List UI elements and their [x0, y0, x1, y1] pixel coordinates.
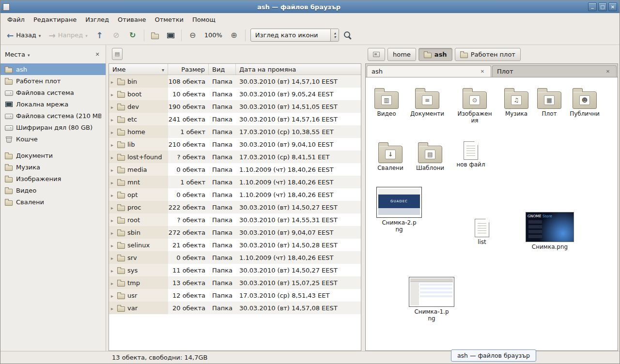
sidebar-item[interactable]: Изображения — [0, 173, 106, 184]
icon-view-item[interactable]: Видео — [366, 87, 407, 117]
breadcrumb-button[interactable] — [368, 48, 385, 61]
expander-icon[interactable] — [111, 279, 117, 287]
icon-view-item[interactable]: Снимка-1.png — [406, 277, 457, 322]
search-button[interactable] — [340, 28, 355, 43]
column-header-type[interactable]: Вид — [209, 64, 236, 75]
places-caret-icon[interactable] — [28, 51, 30, 58]
menu-item[interactable]: Редактиране — [29, 14, 81, 25]
expander-icon[interactable] — [111, 292, 117, 299]
breadcrumb-button[interactable]: ash — [418, 48, 452, 61]
sidebar-item[interactable]: Музика — [0, 161, 106, 173]
sidebar-item[interactable]: ash — [0, 63, 106, 75]
breadcrumb-button[interactable]: Работен плот — [455, 48, 521, 61]
table-row[interactable]: srv0 обектаПапка1.10.2009 (чт) 18,40,26 … — [109, 251, 361, 264]
icon-view-item[interactable]: GUADECСнимка-2.png — [374, 187, 424, 233]
menu-item[interactable]: Отиване — [113, 14, 150, 25]
table-row[interactable]: sbin272 обектаПапка30.03.2010 (вт) 9,04,… — [109, 226, 361, 239]
titlebar[interactable]: ash — файлов браузър — [0, 0, 620, 13]
expander-icon[interactable] — [111, 229, 117, 236]
expander-icon[interactable] — [111, 116, 117, 123]
expander-icon[interactable] — [111, 191, 117, 198]
column-header-name[interactable]: Име — [109, 64, 168, 75]
menu-item[interactable]: Файл — [3, 14, 29, 25]
sidebar-item[interactable]: Файлова система — [0, 87, 106, 98]
view-mode-combo[interactable]: Изглед като икони — [250, 29, 340, 42]
expander-icon[interactable] — [111, 204, 117, 211]
close-tab-icon[interactable] — [604, 68, 612, 76]
zoom-in-button[interactable] — [226, 28, 242, 43]
breadcrumb-button[interactable]: home — [388, 48, 416, 61]
expander-icon[interactable] — [111, 166, 117, 173]
tab[interactable]: ash — [367, 65, 491, 77]
sidebar-item[interactable]: Свалени — [0, 196, 106, 208]
table-row[interactable]: lost+found? обектаПапка17.03.2010 (ср) 8… — [109, 151, 361, 163]
table-row[interactable]: sys11 обектаПапка30.03.2010 (вт) 14,50,2… — [109, 264, 361, 276]
icon-view-item[interactable]: нов файл — [450, 141, 492, 168]
back-dropdown-icon[interactable] — [39, 31, 41, 39]
table-row[interactable]: dev190 обектаПапка30.03.2010 (вт) 14,51,… — [109, 100, 361, 113]
sidebar-item[interactable]: Документи — [0, 150, 106, 161]
expander-icon[interactable] — [111, 242, 117, 249]
icon-view-item[interactable]: Документи — [406, 87, 448, 117]
table-row[interactable]: etc241 обектаПапка30.03.2010 (вт) 14,57,… — [109, 113, 361, 125]
sidebar-item[interactable]: Файлова система (210 MB) — [0, 110, 106, 121]
expander-icon[interactable] — [111, 254, 117, 261]
sidebar-close-button[interactable] — [93, 50, 101, 58]
home-folder-button[interactable] — [148, 28, 162, 43]
icon-view-item[interactable]: Изображения — [454, 87, 496, 124]
icon-view-item[interactable]: list — [461, 219, 503, 245]
forward-dropdown-icon[interactable] — [85, 31, 88, 39]
minimize-button[interactable] — [588, 2, 597, 11]
stop-button[interactable] — [108, 28, 124, 43]
maximize-button[interactable] — [598, 2, 607, 11]
sidebar-item[interactable]: Работен плот — [0, 75, 106, 87]
expander-icon[interactable] — [111, 267, 117, 274]
sidebar-item[interactable]: Кошче — [0, 133, 106, 145]
table-row[interactable]: bin108 обектаПапка30.03.2010 (вт) 14,57,… — [109, 75, 361, 88]
icon-view-item[interactable]: Шаблони — [409, 141, 451, 171]
menu-item[interactable]: Изглед — [81, 14, 113, 25]
icon-view-item[interactable]: Свалени — [370, 141, 411, 171]
table-row[interactable]: var20 обектаПапка30.03.2010 (вт) 14,57,0… — [109, 302, 361, 314]
close-button[interactable] — [608, 2, 617, 11]
location-toggle-button[interactable] — [112, 48, 123, 60]
sidebar-item[interactable]: Шифриран дял (80 GB) — [0, 121, 106, 133]
table-row[interactable]: lib210 обектаПапка30.03.2010 (вт) 9,04,1… — [109, 138, 361, 151]
sidebar-item[interactable]: Локална мрежа — [0, 98, 106, 110]
expander-icon[interactable] — [111, 128, 117, 136]
expander-icon[interactable] — [111, 153, 117, 161]
column-header-size[interactable]: Размер — [168, 64, 209, 75]
expander-icon[interactable] — [111, 141, 117, 148]
forward-button[interactable]: Напред — [45, 28, 91, 43]
back-button[interactable]: Назад — [3, 28, 44, 43]
tab[interactable]: Плот — [492, 65, 617, 77]
menu-item[interactable]: Помощ — [188, 14, 220, 25]
table-row[interactable]: tmp13 обектаПапка30.03.2010 (вт) 15,07,2… — [109, 276, 361, 289]
menu-item[interactable]: Отметки — [150, 14, 187, 25]
expander-icon[interactable] — [111, 304, 117, 312]
table-row[interactable]: opt0 обектаПапка1.10.2009 (чт) 18,40,26 … — [109, 188, 361, 201]
table-row[interactable]: root? обектаПапка30.03.2010 (вт) 14,55,3… — [109, 213, 361, 226]
computer-button[interactable] — [163, 28, 178, 43]
table-row[interactable]: boot10 обектаПапка30.03.2010 (вт) 9,05,2… — [109, 88, 361, 100]
table-row[interactable]: media0 обектаПапка1.10.2009 (чт) 18,40,2… — [109, 163, 361, 176]
expander-icon[interactable] — [111, 91, 117, 98]
table-row[interactable]: mnt1 обектПапка1.10.2009 (чт) 18,40,26 E… — [109, 176, 361, 188]
icon-view-item[interactable]: GNOME StoreСнимка.png — [525, 212, 575, 250]
expander-icon[interactable] — [111, 216, 117, 224]
close-tab-icon[interactable] — [479, 68, 486, 76]
table-row[interactable]: usr12 обектаПапка17.03.2010 (ср) 8,51,43… — [109, 289, 361, 302]
places-combo-label[interactable]: Места — [5, 51, 25, 58]
zoom-out-button[interactable] — [185, 28, 201, 43]
up-button[interactable] — [92, 28, 108, 43]
table-row[interactable]: home1 обектПапка17.03.2010 (ср) 10,38,55… — [109, 125, 361, 138]
column-header-date[interactable]: Дата на промяна — [236, 64, 361, 75]
reload-button[interactable] — [125, 28, 140, 43]
icon-canvas[interactable]: ВидеоДокументиИзображенияМузикаПлотПубли… — [366, 77, 618, 350]
expander-icon[interactable] — [111, 78, 117, 85]
expander-icon[interactable] — [111, 179, 117, 186]
sidebar-item[interactable]: Видео — [0, 184, 106, 196]
table-row[interactable]: proc222 обектаПапка30.03.2010 (вт) 14,50… — [109, 201, 361, 213]
icon-view-item[interactable]: Публични — [564, 87, 605, 117]
table-row[interactable]: selinux21 обектаПапка30.03.2010 (вт) 14,… — [109, 239, 361, 251]
